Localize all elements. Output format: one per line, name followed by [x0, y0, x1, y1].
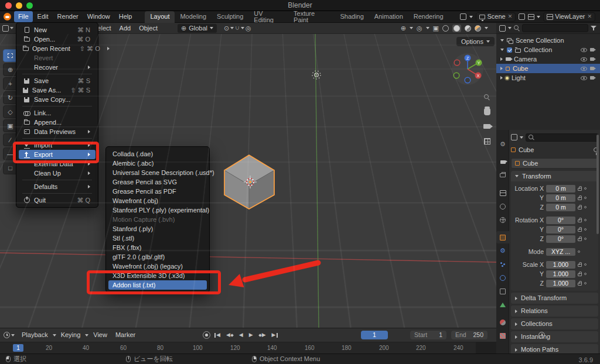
tab-object[interactable] — [496, 231, 509, 243]
tab-material[interactable] — [496, 316, 509, 328]
timeline-menu-keying[interactable]: Keying — [57, 330, 84, 340]
tab-tool[interactable]: ⚙ — [496, 138, 509, 150]
workspace-tab-texturepaint[interactable]: Texture Paint — [288, 11, 335, 23]
playback-caret-icon[interactable] — [53, 334, 56, 336]
file-menu-open-recent[interactable]: Open Recent⇧ ⌘ O — [19, 44, 96, 53]
snap-caret-icon[interactable] — [241, 27, 244, 29]
properties-editor-caret-icon[interactable] — [520, 136, 523, 139]
navigation-gizmo[interactable]: Z Y X — [450, 53, 485, 88]
export-fbx[interactable]: FBX (.fbx) — [108, 243, 207, 252]
show-gizmo-icon[interactable]: ⊕ — [401, 25, 406, 32]
workspace-tab-animation[interactable]: Animation — [369, 11, 408, 23]
export-collada[interactable]: Collada (.dae) — [108, 149, 207, 159]
file-menu-clean-up[interactable]: Clean Up — [19, 169, 96, 178]
workspace-tab-sculpting[interactable]: Sculpting — [212, 11, 248, 23]
shading-solid-icon[interactable] — [454, 25, 460, 32]
editor-type-icon[interactable] — [2, 25, 9, 32]
maximize-window-button[interactable] — [26, 2, 33, 9]
show-overlays-icon[interactable]: ◎ — [417, 25, 422, 32]
shading-rendered-icon[interactable] — [475, 25, 481, 32]
toggle-ortho-button[interactable] — [480, 135, 493, 147]
toggle-xray-icon[interactable]: ▣ — [433, 25, 439, 32]
scene-browse-caret-icon[interactable] — [469, 16, 473, 18]
properties-scrollbar[interactable] — [596, 135, 599, 234]
file-menu-quit[interactable]: Quit⌘ Q — [19, 195, 96, 205]
lock-icon[interactable] — [578, 264, 582, 267]
export-wavefront-obj-legacy[interactable]: Wavefront (.obj) (legacy) — [108, 262, 207, 271]
section-instancing[interactable]: Instancing — [511, 331, 598, 342]
animate-dot-icon[interactable] — [584, 187, 587, 190]
viewlayer-browse-caret-icon[interactable] — [537, 16, 540, 18]
expand-caret-icon[interactable] — [500, 39, 504, 42]
frame-start-field[interactable]: Start 1 — [410, 331, 446, 339]
camera-view-button[interactable] — [480, 120, 493, 133]
menu-edit[interactable]: Edit — [33, 11, 53, 22]
scale-x-input[interactable]: 1.000 — [546, 261, 575, 269]
file-menu-recover[interactable]: Recover — [19, 63, 96, 72]
tab-view-layer[interactable] — [496, 187, 509, 199]
tab-render[interactable] — [496, 156, 509, 168]
menu-window[interactable]: Window — [83, 11, 114, 22]
properties-search-input[interactable] — [526, 133, 598, 142]
timeline-menu-marker[interactable]: Marker — [112, 330, 139, 340]
rotation-y-input[interactable]: 0° — [546, 226, 575, 233]
file-menu-export[interactable]: Export — [19, 150, 96, 159]
timeline-menu-view[interactable]: View — [90, 330, 111, 340]
section-collections[interactable]: Collections — [511, 318, 598, 329]
location-z-input[interactable]: 0 m — [546, 204, 575, 211]
timeline-editor-icon[interactable] — [4, 332, 10, 338]
shading-caret-icon[interactable] — [485, 27, 488, 29]
tab-output[interactable] — [496, 169, 509, 181]
location-y-input[interactable]: 0 m — [546, 194, 575, 202]
expand-caret-icon[interactable] — [500, 49, 504, 51]
tab-object-data[interactable] — [496, 298, 509, 311]
menu-help[interactable]: Help — [115, 11, 137, 22]
outliner-search-icon[interactable] — [514, 25, 520, 31]
disable-in-render-icon[interactable] — [590, 67, 596, 71]
animate-dot-icon[interactable] — [578, 250, 580, 253]
animate-dot-icon[interactable] — [584, 263, 587, 266]
outliner-editor-icon[interactable] — [499, 25, 506, 32]
disable-in-render-icon[interactable] — [590, 48, 596, 52]
hide-in-viewport-icon[interactable] — [581, 76, 587, 80]
playhead-marker[interactable]: 1 — [13, 344, 23, 352]
collection-checkbox[interactable] — [507, 47, 512, 53]
next-keyframe-button[interactable]: ▶ — [257, 332, 268, 338]
tab-modifiers[interactable]: ⚙ — [496, 245, 509, 257]
snap-magnet-icon[interactable]: ∩ — [235, 25, 240, 32]
outliner-filter-icon[interactable] — [591, 25, 597, 32]
file-menu-external-data[interactable]: External Data — [19, 159, 96, 169]
lock-icon[interactable] — [578, 219, 582, 222]
outliner-row-camera[interactable]: Camera — [496, 54, 600, 64]
section-relations[interactable]: Relations — [511, 305, 598, 317]
outliner-row-light[interactable]: Light — [496, 73, 600, 83]
collapse-caret-icon[interactable] — [500, 57, 503, 61]
export-wavefront-obj[interactable]: Wavefront (.obj) — [108, 196, 207, 205]
file-menu-save-copy[interactable]: Save Copy... — [19, 95, 96, 104]
jump-to-end-button[interactable]: ▶ — [270, 332, 279, 338]
workspace-tab-modeling[interactable]: Modeling — [175, 11, 212, 23]
file-menu-save-as[interactable]: Save As...⇧ ⌘ S — [19, 85, 96, 95]
lock-icon[interactable] — [578, 229, 582, 232]
hide-in-viewport-icon[interactable] — [581, 57, 587, 61]
export-alembic[interactable]: Alembic (.abc) — [108, 159, 207, 168]
disable-in-render-icon[interactable] — [590, 76, 596, 80]
collapse-caret-icon[interactable] — [500, 67, 503, 70]
tab-scene[interactable] — [496, 200, 509, 212]
file-menu-import[interactable]: Import — [19, 140, 96, 150]
workspace-tab-layout[interactable]: Layout — [145, 11, 175, 23]
file-menu-revert[interactable]: Revert — [19, 53, 96, 63]
lock-icon[interactable] — [578, 188, 582, 191]
transform-panel-header[interactable]: Transform — [511, 171, 598, 181]
scale-y-input[interactable]: 1.000 — [546, 270, 575, 278]
outliner-row-collection[interactable]: Collection — [496, 45, 600, 54]
object-name-field[interactable]: Cube — [511, 158, 598, 169]
collapse-caret-icon[interactable] — [500, 76, 503, 80]
location-x-input[interactable]: 0 m — [546, 185, 575, 193]
section-delta-transform[interactable]: Delta Transform — [511, 293, 598, 304]
section-motion-paths[interactable]: Motion Paths — [511, 344, 598, 353]
animate-dot-icon[interactable] — [584, 219, 587, 221]
workspace-tab-shading[interactable]: Shading — [335, 11, 369, 23]
export-motion-capture[interactable]: Motion Capture (.bvh) — [108, 215, 207, 224]
file-menu-save[interactable]: Save⌘ S — [19, 76, 96, 85]
